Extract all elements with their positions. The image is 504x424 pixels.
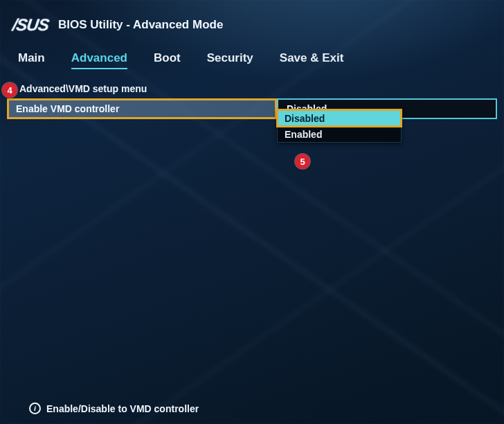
breadcrumb: Advanced\VMD setup menu <box>7 83 497 98</box>
tab-boot[interactable]: Boot <box>154 51 181 69</box>
app-title: BIOS Utility - Advanced Mode <box>58 18 223 32</box>
tab-bar: Main Advanced Boot Security Save & Exit <box>0 42 504 73</box>
setting-row-vmd[interactable]: Enable VMD controller Disabled <box>7 98 497 119</box>
dropdown-menu: Disabled Enabled <box>277 109 402 143</box>
callout-step-4: 4 <box>2 82 17 98</box>
setting-label-text: Enable VMD controller <box>16 103 119 114</box>
dropdown-option-disabled[interactable]: Disabled <box>278 110 401 126</box>
info-icon: i <box>29 403 41 414</box>
setting-label: Enable VMD controller <box>7 98 277 119</box>
tab-main[interactable]: Main <box>18 51 45 69</box>
tab-save-exit[interactable]: Save & Exit <box>280 51 344 69</box>
dropdown-option-label: Disabled <box>285 113 325 124</box>
header: /SUS BIOS Utility - Advanced Mode <box>0 0 504 42</box>
brand-logo: /SUS <box>11 15 50 35</box>
dropdown-option-label: Enabled <box>285 129 322 140</box>
dropdown-option-enabled[interactable]: Enabled <box>278 126 401 142</box>
tab-advanced[interactable]: Advanced <box>71 51 127 69</box>
footer-hint-text: Enable/Disable to VMD controller <box>46 403 199 414</box>
tab-security[interactable]: Security <box>207 51 253 69</box>
footer-hint: i Enable/Disable to VMD controller <box>0 403 504 414</box>
callout-step-5: 5 <box>295 154 310 169</box>
content-area: Advanced\VMD setup menu Enable VMD contr… <box>0 73 504 119</box>
